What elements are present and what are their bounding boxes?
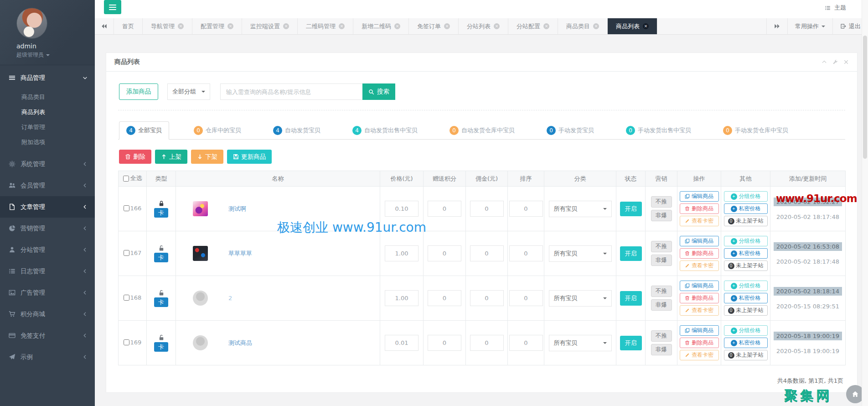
price-input[interactable] bbox=[385, 201, 418, 217]
删除商品-button[interactable]: 删除商品 bbox=[680, 293, 719, 303]
sidebar-subitem-2[interactable]: 订单管理 bbox=[0, 120, 95, 135]
sidebar-item-6[interactable]: 日志管理 bbox=[0, 260, 95, 282]
row-checkbox[interactable] bbox=[124, 339, 129, 345]
row-checkbox[interactable] bbox=[124, 250, 129, 256]
未上架子站-button[interactable]: 0未上架子站 bbox=[724, 305, 768, 316]
查看卡密-button[interactable]: 查看卡密 bbox=[680, 350, 719, 360]
product-thumbnail[interactable] bbox=[193, 335, 208, 350]
sidebar-subitem-3[interactable]: 附加选项 bbox=[0, 135, 95, 150]
marketing-button-0[interactable]: 不推 bbox=[651, 330, 672, 342]
status-toggle-button[interactable]: 开启 bbox=[620, 246, 642, 261]
row-checkbox[interactable] bbox=[124, 295, 129, 301]
page-tab-1[interactable]: 导航管理× bbox=[143, 18, 192, 34]
删除商品-button[interactable]: 删除商品 bbox=[680, 203, 719, 214]
marketing-button-1[interactable]: 非爆 bbox=[651, 344, 672, 355]
编辑商品-button[interactable]: 编辑商品 bbox=[680, 236, 719, 246]
card-type-badge[interactable]: 卡 bbox=[154, 208, 168, 218]
status-toggle-button[interactable]: 开启 bbox=[620, 336, 642, 350]
未上架子站-button[interactable]: 0未上架子站 bbox=[724, 216, 768, 226]
page-scrollbar[interactable] bbox=[862, 0, 868, 406]
删除商品-button[interactable]: 删除商品 bbox=[680, 248, 719, 259]
common-operations-dropdown[interactable]: 常用操作 bbox=[787, 18, 832, 34]
查看卡密-button[interactable]: 查看卡密 bbox=[680, 305, 719, 316]
commission-input[interactable] bbox=[470, 245, 504, 261]
编辑商品-button[interactable]: 编辑商品 bbox=[680, 191, 719, 202]
filter-tab-6[interactable]: 0手动发货出售中宝贝 bbox=[619, 121, 698, 140]
collapse-icon[interactable] bbox=[822, 59, 827, 65]
bulk-save-button[interactable]: 更新商品 bbox=[227, 150, 272, 164]
product-name-link[interactable]: 测试啊 bbox=[228, 205, 246, 213]
tab-close-icon[interactable]: × bbox=[283, 23, 289, 29]
私密价格-button[interactable]: +私密价格 bbox=[724, 248, 768, 259]
price-input[interactable] bbox=[385, 335, 418, 351]
tab-close-icon[interactable]: × bbox=[444, 23, 450, 29]
sidebar-item-9[interactable]: 免签支付 bbox=[0, 325, 95, 346]
tabs-scroll-left-button[interactable] bbox=[95, 18, 114, 34]
tab-close-icon[interactable]: × bbox=[394, 23, 400, 29]
status-toggle-button[interactable]: 开启 bbox=[620, 291, 642, 306]
私密价格-button[interactable]: +私密价格 bbox=[724, 293, 768, 303]
wrench-icon[interactable] bbox=[832, 59, 838, 65]
search-input[interactable] bbox=[220, 83, 362, 100]
filter-tab-3[interactable]: 4自动发货出售中宝贝 bbox=[345, 121, 425, 140]
category-select[interactable]: 所有宝贝 bbox=[549, 245, 612, 262]
filter-tab-0[interactable]: 4全部宝贝 bbox=[119, 121, 169, 140]
product-name-link[interactable]: 草草草草 bbox=[228, 250, 252, 258]
删除商品-button[interactable]: 删除商品 bbox=[680, 338, 719, 348]
category-select[interactable]: 所有宝贝 bbox=[549, 335, 612, 351]
filter-tab-7[interactable]: 0手动发货仓库中宝贝 bbox=[716, 121, 796, 140]
product-name-link[interactable]: 2 bbox=[228, 295, 232, 302]
points-input[interactable] bbox=[428, 335, 461, 351]
filter-tab-1[interactable]: 0仓库中的宝贝 bbox=[186, 121, 248, 140]
points-input[interactable] bbox=[428, 201, 461, 217]
theme-switcher[interactable]: 主题 bbox=[824, 4, 846, 12]
marketing-button-0[interactable]: 不推 bbox=[651, 286, 672, 297]
price-input[interactable] bbox=[385, 290, 418, 306]
sidebar-item-7[interactable]: 广告管理 bbox=[0, 282, 95, 303]
page-tab-5[interactable]: 新增二维码× bbox=[353, 18, 409, 34]
tab-close-icon[interactable]: × bbox=[178, 23, 184, 29]
card-type-badge[interactable]: 卡 bbox=[154, 253, 168, 262]
sidebar-item-4[interactable]: 营销管理 bbox=[0, 218, 95, 239]
page-tab-7[interactable]: 分站列表× bbox=[459, 18, 508, 34]
tab-close-icon[interactable]: × bbox=[227, 23, 233, 29]
sort-input[interactable] bbox=[509, 201, 543, 217]
product-thumbnail[interactable] bbox=[193, 246, 208, 261]
编辑商品-button[interactable]: 编辑商品 bbox=[680, 325, 719, 336]
scrollbar-thumb[interactable] bbox=[863, 36, 867, 159]
row-checkbox[interactable] bbox=[124, 205, 129, 211]
私密价格-button[interactable]: +私密价格 bbox=[724, 338, 768, 348]
page-tab-4[interactable]: 二维码管理× bbox=[298, 18, 353, 34]
marketing-button-1[interactable]: 非爆 bbox=[651, 255, 672, 266]
tab-close-icon[interactable]: × bbox=[339, 23, 345, 29]
sidebar-subitem-0[interactable]: 商品类目 bbox=[0, 89, 95, 104]
sidebar-toggle-button[interactable] bbox=[104, 0, 121, 14]
product-thumbnail[interactable] bbox=[193, 291, 208, 306]
sort-input[interactable] bbox=[509, 290, 543, 306]
select-all-checkbox[interactable] bbox=[123, 176, 129, 182]
marketing-button-1[interactable]: 非爆 bbox=[651, 299, 672, 311]
bulk-trash-button[interactable]: 删除 bbox=[119, 150, 151, 164]
分组价格-button[interactable]: +分组价格 bbox=[724, 325, 768, 336]
price-input[interactable] bbox=[385, 245, 418, 261]
tab-close-icon[interactable]: × bbox=[593, 23, 599, 29]
commission-input[interactable] bbox=[470, 335, 504, 351]
tabs-scroll-right-button[interactable] bbox=[766, 18, 787, 34]
page-tab-6[interactable]: 免签订单× bbox=[409, 18, 459, 34]
page-tab-8[interactable]: 分站配置× bbox=[508, 18, 558, 34]
sidebar-item-0[interactable]: 商品管理 bbox=[0, 67, 95, 88]
category-select[interactable]: 所有宝贝 bbox=[549, 201, 612, 217]
tab-close-icon[interactable]: × bbox=[543, 23, 549, 29]
分组价格-button[interactable]: +分组价格 bbox=[724, 281, 768, 291]
sort-input[interactable] bbox=[509, 245, 543, 261]
tab-close-icon[interactable]: × bbox=[494, 23, 500, 29]
page-tab-9[interactable]: 商品类目× bbox=[558, 18, 608, 34]
add-product-button[interactable]: 添加商品 bbox=[119, 83, 158, 100]
page-tab-2[interactable]: 配置管理× bbox=[192, 18, 242, 34]
sidebar-item-2[interactable]: 会员管理 bbox=[0, 175, 95, 196]
product-name-link[interactable]: 测试商品 bbox=[228, 339, 252, 347]
marketing-button-1[interactable]: 非爆 bbox=[651, 210, 672, 221]
sort-input[interactable] bbox=[509, 335, 543, 351]
分组价格-button[interactable]: +分组价格 bbox=[724, 191, 768, 202]
查看卡密-button[interactable]: 查看卡密 bbox=[680, 216, 719, 226]
